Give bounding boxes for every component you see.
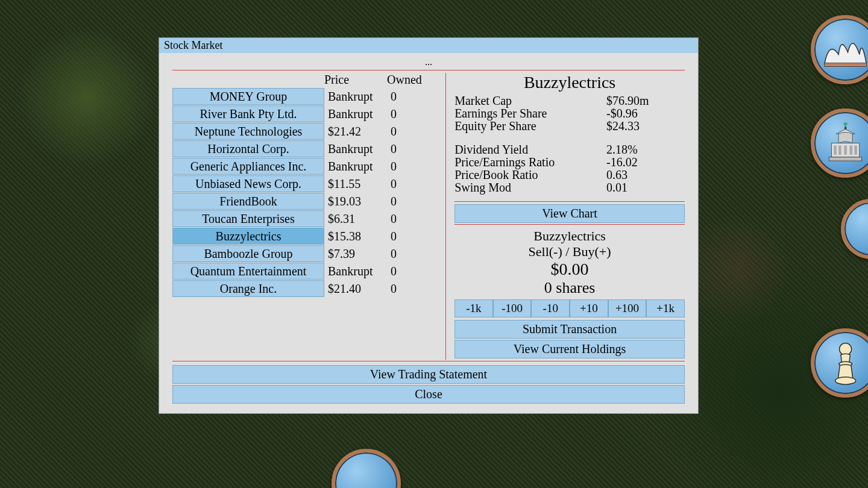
stock-row: Horizontal Corp.Bankrupt0 <box>172 140 437 157</box>
stock-name-button[interactable]: MONEY Group <box>172 88 324 105</box>
view-statement-button[interactable]: View Trading Statement <box>172 365 685 384</box>
qty-button[interactable]: +100 <box>608 299 647 318</box>
divider <box>172 70 685 70</box>
stock-name-button[interactable]: Quantum Entertainment <box>172 263 324 280</box>
stat-label: Price/Book Ratio <box>454 169 606 181</box>
svg-rect-5 <box>838 145 841 154</box>
stock-owned: 0 <box>387 143 423 155</box>
stat-label: Market Cap <box>454 95 606 107</box>
stat-label: Earnings Per Share <box>454 107 606 120</box>
stock-name-button[interactable]: River Bank Pty Ltd. <box>172 105 324 122</box>
svg-rect-9 <box>829 157 861 161</box>
stat-value: 2.18% <box>606 143 685 156</box>
svg-rect-4 <box>834 145 837 154</box>
close-button[interactable]: Close <box>172 385 685 404</box>
stock-price: $7.39 <box>324 248 387 260</box>
stock-price: Bankrupt <box>324 90 387 102</box>
stock-row: Quantum EntertainmentBankrupt0 <box>172 263 437 280</box>
stock-price: Bankrupt <box>324 160 387 172</box>
stat-row: Dividend Yield2.18% <box>454 143 685 156</box>
stock-name-button[interactable]: Unbiased News Corp. <box>172 175 324 192</box>
stat-label: Swing Mod <box>454 181 606 194</box>
stat-value: $24.33 <box>606 120 685 133</box>
stock-price: $19.03 <box>324 195 387 207</box>
stat-value: 0.63 <box>606 169 685 181</box>
trade-mode-label: Sell(-) / Buy(+) <box>454 244 685 260</box>
stock-owned: 0 <box>387 90 423 102</box>
stock-detail-panel: Buzzylectrics Market Cap$76.90mEarnings … <box>445 73 685 360</box>
stock-name-button[interactable]: Horizontal Corp. <box>172 140 324 157</box>
divider <box>172 361 685 361</box>
stat-value: -16.02 <box>606 156 685 169</box>
stock-price: $21.40 <box>324 283 387 295</box>
qty-button[interactable]: +10 <box>570 299 608 318</box>
stock-owned: 0 <box>387 125 423 137</box>
stock-price: Bankrupt <box>324 143 387 155</box>
stat-label: Equity Per Share <box>454 120 606 133</box>
stat-row: Equity Per Share$24.33 <box>454 120 685 133</box>
qty-button[interactable]: +1k <box>646 299 685 318</box>
svg-point-12 <box>835 377 856 384</box>
stat-row: Price/Book Ratio0.63 <box>454 169 685 181</box>
stock-name-button[interactable]: Orange Inc. <box>172 280 324 297</box>
view-holdings-button[interactable]: View Current Holdings <box>454 340 685 358</box>
stock-owned: 0 <box>387 178 423 190</box>
stock-owned: 0 <box>387 160 423 172</box>
stat-value: -$0.96 <box>606 107 685 120</box>
svg-rect-7 <box>849 145 852 154</box>
stock-row: Neptune Technologies$21.420 <box>172 123 437 140</box>
stock-market-window: Stock Market ... Price Owned MONEY Group… <box>159 37 699 414</box>
ellipsis-text: ... <box>172 57 685 69</box>
stock-owned: 0 <box>387 283 423 295</box>
stat-label: Price/Earnings Ratio <box>454 156 606 169</box>
stock-name-button[interactable]: FriendBook <box>172 193 324 210</box>
stat-row: Earnings Per Share-$0.96 <box>454 107 685 120</box>
stock-owned: 0 <box>387 195 423 207</box>
stat-label: Dividend Yield <box>454 143 606 156</box>
stock-name-button[interactable]: Generic Appliances Inc. <box>172 158 324 175</box>
stat-row: Price/Earnings Ratio-16.02 <box>454 156 685 169</box>
trade-shares: 0 shares <box>454 279 685 297</box>
stock-price: Bankrupt <box>324 108 387 120</box>
window-title: Stock Market <box>159 38 698 53</box>
submit-transaction-button[interactable]: Submit Transaction <box>454 320 685 339</box>
stock-price: $6.31 <box>324 213 387 225</box>
stat-row: Market Cap$76.90m <box>454 95 685 107</box>
stock-row: MONEY GroupBankrupt0 <box>172 88 437 105</box>
view-chart-button[interactable]: View Chart <box>454 204 685 223</box>
stock-row: Toucan Enterprises$6.310 <box>172 210 437 227</box>
divider <box>454 201 685 202</box>
svg-rect-8 <box>854 145 857 154</box>
stock-list-panel: Price Owned MONEY GroupBankrupt0River Ba… <box>172 73 437 360</box>
stock-name-button[interactable]: Toucan Enterprises <box>172 210 324 227</box>
stock-owned: 0 <box>387 108 423 120</box>
stock-name-button[interactable]: Neptune Technologies <box>172 123 324 140</box>
stock-owned: 0 <box>387 248 423 260</box>
stock-price: $15.38 <box>324 230 387 242</box>
stat-row: Swing Mod0.01 <box>454 181 685 194</box>
qty-button[interactable]: -100 <box>493 299 532 318</box>
stat-value: $76.90m <box>606 95 685 107</box>
trade-company-name: Buzzylectrics <box>454 228 685 244</box>
stock-owned: 0 <box>387 230 423 242</box>
detail-company-name: Buzzylectrics <box>454 73 685 92</box>
svg-rect-6 <box>844 145 847 154</box>
stock-row: Bamboozle Group$7.390 <box>172 245 437 262</box>
qty-button[interactable]: -10 <box>531 299 570 318</box>
divider <box>454 224 685 225</box>
stock-price: Bankrupt <box>324 265 387 277</box>
col-price-header: Price <box>324 73 387 87</box>
qty-button[interactable]: -1k <box>454 299 493 318</box>
stock-row: Orange Inc.$21.400 <box>172 280 437 297</box>
col-owned-header: Owned <box>387 73 423 87</box>
stock-name-button[interactable]: Bamboozle Group <box>172 245 324 262</box>
svg-rect-0 <box>825 63 867 66</box>
stock-row: Buzzylectrics$15.380 <box>172 228 437 245</box>
stock-row: FriendBook$19.030 <box>172 193 437 210</box>
trade-amount: $0.00 <box>454 260 685 279</box>
stock-list-header: Price Owned <box>172 73 437 87</box>
stock-name-button[interactable]: Buzzylectrics <box>172 228 324 245</box>
stat-value: 0.01 <box>606 181 685 194</box>
stock-row: Generic Appliances Inc.Bankrupt0 <box>172 158 437 175</box>
stock-owned: 0 <box>387 213 423 225</box>
